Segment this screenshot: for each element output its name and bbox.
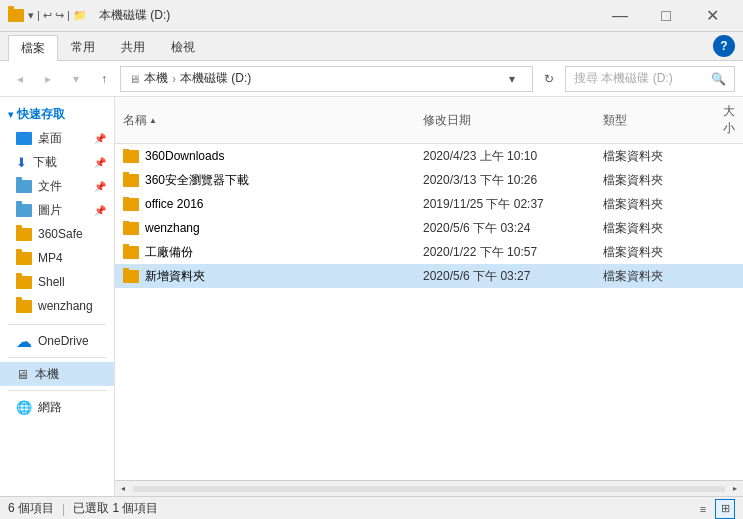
col-header-type[interactable]: 類型 <box>595 110 715 131</box>
divider-2 <box>8 357 106 358</box>
tab-share[interactable]: 共用 <box>108 34 158 60</box>
refresh-button[interactable]: ↻ <box>537 67 561 91</box>
file-row-wenzhang[interactable]: wenzhang 2020/5/6 下午 03:24 檔案資料夾 <box>115 216 743 240</box>
window-title: 本機磁碟 (D:) <box>99 7 170 24</box>
status-divider: | <box>62 502 65 516</box>
scroll-track[interactable] <box>133 486 725 492</box>
forward-button[interactable]: ▸ <box>36 67 60 91</box>
title-folder-icon <box>8 8 24 24</box>
list-view-button[interactable]: ≡ <box>693 499 713 519</box>
sidebar-item-onedrive[interactable]: ☁ OneDrive <box>0 329 114 353</box>
download-icon: ⬇ <box>16 155 27 170</box>
address-part1: 本機 <box>144 70 168 87</box>
file-date-1: 2020/3/13 下午 10:26 <box>415 172 595 189</box>
item-count: 6 個項目 <box>8 500 54 517</box>
col-header-name[interactable]: 名稱 ▲ <box>115 110 415 131</box>
sidebar-item-360safe[interactable]: 360Safe <box>0 222 114 246</box>
divider-1 <box>8 324 106 325</box>
col-header-date[interactable]: 修改日期 <box>415 110 595 131</box>
sidebar: ▾ 快速存取 桌面 📌 ⬇ 下載 📌 文件 📌 <box>0 97 115 496</box>
tab-file[interactable]: 檔案 <box>8 35 58 61</box>
onedrive-icon: ☁ <box>16 332 32 351</box>
pin-icon-documents: 📌 <box>94 181 106 192</box>
file-name-wenzhang2: wenzhang <box>115 221 415 235</box>
grid-view-button[interactable]: ⊞ <box>715 499 735 519</box>
search-bar[interactable]: 搜尋 本機磁碟 (D:) 🔍 <box>565 66 735 92</box>
network-icon: 🌐 <box>16 400 32 415</box>
scroll-left-button[interactable]: ◂ <box>115 481 131 497</box>
sidebar-label-network: 網路 <box>38 399 62 416</box>
folder-icon-pictures <box>16 204 32 217</box>
file-list: 360Downloads 2020/4/23 上午 10:10 檔案資料夾 36… <box>115 144 743 480</box>
folder-icon-wenzhang <box>16 300 32 313</box>
sidebar-item-desktop[interactable]: 桌面 📌 <box>0 126 114 150</box>
file-type-5: 檔案資料夾 <box>595 268 715 285</box>
search-icon: 🔍 <box>711 72 726 86</box>
sidebar-item-wenzhang[interactable]: wenzhang <box>0 294 114 318</box>
dropdown-button[interactable]: ▾ <box>64 67 88 91</box>
file-name-factory: 工廠備份 <box>115 244 415 261</box>
file-row-newfolder[interactable]: 新增資料夾 2020/5/6 下午 03:27 檔案資料夾 <box>115 264 743 288</box>
sidebar-label-shell: Shell <box>38 275 65 289</box>
status-bar: 6 個項目 | 已選取 1 個項目 ≡ ⊞ <box>0 496 743 519</box>
file-date-2: 2019/11/25 下午 02:37 <box>415 196 595 213</box>
sidebar-item-pictures[interactable]: 圖片 📌 <box>0 198 114 222</box>
thispc-icon: 🖥 <box>16 367 29 382</box>
sidebar-item-thispc[interactable]: 🖥 本機 <box>0 362 114 386</box>
file-row-360downloads[interactable]: 360Downloads 2020/4/23 上午 10:10 檔案資料夾 <box>115 144 743 168</box>
search-placeholder: 搜尋 本機磁碟 (D:) <box>574 70 673 87</box>
sidebar-label-wenzhang: wenzhang <box>38 299 93 313</box>
pin-icon-desktop: 📌 <box>94 133 106 144</box>
address-dropdown[interactable]: ▾ <box>500 67 524 91</box>
address-part2: 本機磁碟 (D:) <box>180 70 251 87</box>
file-date-3: 2020/5/6 下午 03:24 <box>415 220 595 237</box>
col-header-size[interactable]: 大小 <box>715 101 743 139</box>
file-type-1: 檔案資料夾 <box>595 172 715 189</box>
sidebar-item-shell[interactable]: Shell <box>0 270 114 294</box>
folder-icon-shell <box>16 276 32 289</box>
title-bar-left: ▾ | ↩ ↪ | 📁 本機磁碟 (D:) <box>8 7 597 24</box>
file-name-newfolder: 新增資料夾 <box>115 268 415 285</box>
back-button[interactable]: ◂ <box>8 67 32 91</box>
minimize-button[interactable]: — <box>597 0 643 32</box>
folder-icon-row-1 <box>123 174 139 187</box>
file-row-office2016[interactable]: office 2016 2019/11/25 下午 02:37 檔案資料夾 <box>115 192 743 216</box>
close-button[interactable]: ✕ <box>689 0 735 32</box>
pin-icon-pictures: 📌 <box>94 205 106 216</box>
file-header: 名稱 ▲ 修改日期 類型 大小 <box>115 97 743 144</box>
file-date-5: 2020/5/6 下午 03:27 <box>415 268 595 285</box>
sidebar-item-network[interactable]: 🌐 網路 <box>0 395 114 419</box>
sidebar-item-mp4[interactable]: MP4 <box>0 246 114 270</box>
maximize-button[interactable]: □ <box>643 0 689 32</box>
sidebar-label-pictures: 圖片 <box>38 202 62 219</box>
file-row-factory[interactable]: 工廠備份 2020/1/22 下午 10:57 檔案資料夾 <box>115 240 743 264</box>
up-button[interactable]: ↑ <box>92 67 116 91</box>
quick-access-section: ▾ 快速存取 桌面 📌 ⬇ 下載 📌 文件 📌 <box>0 101 114 320</box>
quick-access-label: 快速存取 <box>17 106 65 123</box>
sidebar-item-documents[interactable]: 文件 📌 <box>0 174 114 198</box>
file-row-360browser[interactable]: 360安全瀏覽器下載 2020/3/13 下午 10:26 檔案資料夾 <box>115 168 743 192</box>
tab-home[interactable]: 常用 <box>58 34 108 60</box>
tab-view[interactable]: 檢視 <box>158 34 208 60</box>
title-bar: ▾ | ↩ ↪ | 📁 本機磁碟 (D:) — □ ✕ <box>0 0 743 32</box>
sidebar-label-documents: 文件 <box>38 178 62 195</box>
file-type-4: 檔案資料夾 <box>595 244 715 261</box>
file-type-3: 檔案資料夾 <box>595 220 715 237</box>
folder-icon-row-0 <box>123 150 139 163</box>
sidebar-item-download[interactable]: ⬇ 下載 📌 <box>0 150 114 174</box>
sidebar-label-download: 下載 <box>33 154 57 171</box>
file-type-0: 檔案資料夾 <box>595 148 715 165</box>
file-date-4: 2020/1/22 下午 10:57 <box>415 244 595 261</box>
selected-count: 已選取 1 個項目 <box>73 500 158 517</box>
sidebar-label-thispc: 本機 <box>35 366 59 383</box>
title-bar-controls: — □ ✕ <box>597 0 735 32</box>
folder-icon-row-3 <box>123 222 139 235</box>
address-bar[interactable]: 🖥 本機 › 本機磁碟 (D:) ▾ <box>120 66 533 92</box>
scroll-right-button[interactable]: ▸ <box>727 481 743 497</box>
address-sep1: › <box>172 72 176 86</box>
horizontal-scrollbar[interactable]: ◂ ▸ <box>115 480 743 496</box>
view-controls: ≡ ⊞ <box>693 499 735 519</box>
folder-icon-row-2 <box>123 198 139 211</box>
quick-access-icons: ▾ | ↩ ↪ | 📁 <box>28 9 87 22</box>
help-button[interactable]: ? <box>713 35 735 57</box>
